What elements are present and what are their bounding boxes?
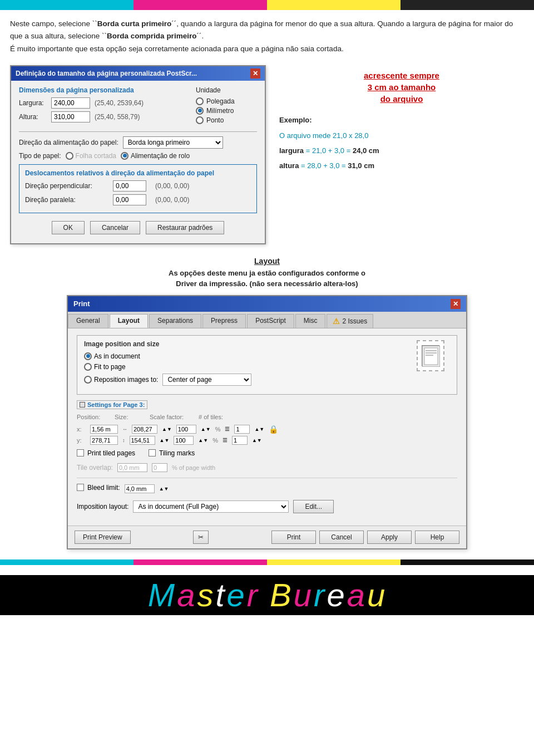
tiling-marks-row[interactable]: Tiling marks: [149, 449, 195, 457]
tiles-y-spin[interactable]: ▲▼: [252, 438, 262, 443]
pos-y-arrows: ↕: [122, 438, 125, 443]
para-input[interactable]: [113, 194, 146, 205]
unit-milimetro-radio[interactable]: [196, 107, 204, 115]
tab-layout[interactable]: Layout: [110, 314, 148, 328]
tab-prepress[interactable]: Prepress: [202, 314, 246, 328]
tile-overlap-input[interactable]: [117, 463, 147, 472]
unit-ponto-label: Ponto: [206, 116, 224, 124]
paper-folha-radio[interactable]: [66, 152, 73, 160]
print-tiled-row[interactable]: Print tiled pages: [77, 449, 135, 457]
imposition-select[interactable]: As in document (Full Page): [133, 500, 289, 513]
logo-B: B: [270, 576, 293, 613]
paper-rolo-radio[interactable]: [121, 152, 128, 160]
bleed-limit-row[interactable]: Bleed limit:: [77, 484, 120, 492]
size-x-spin[interactable]: ▲▼: [162, 426, 172, 432]
radio-as-in-doc[interactable]: As in document: [84, 352, 140, 360]
settings-label: Settings for Page 3:: [77, 400, 457, 409]
tiles-x-spin[interactable]: ▲▼: [254, 426, 264, 432]
as-in-doc-label: As in document: [94, 352, 140, 360]
logo-a: a: [177, 576, 196, 613]
page-size-close-button[interactable]: ✕: [250, 68, 260, 78]
doc-svg: [422, 346, 440, 367]
scale-y-spin[interactable]: ▲▼: [198, 438, 208, 443]
tab-separations[interactable]: Separations: [149, 314, 201, 328]
unit-polegada-radio[interactable]: [196, 97, 204, 105]
print-close-button[interactable]: ✕: [451, 299, 461, 309]
scale-x-spin[interactable]: ▲▼: [201, 426, 211, 432]
pos-y-input[interactable]: [90, 436, 118, 445]
doc-icon-inner: [422, 345, 439, 366]
logo-t: t: [215, 576, 225, 613]
unit-ponto-radio[interactable]: [196, 116, 204, 124]
scale-link-icon2: ☰: [222, 437, 228, 443]
feed-select[interactable]: Borda longa primeiro Borda curta primeir…: [123, 136, 223, 149]
para-range: (0,00, 0,00): [155, 196, 189, 204]
restore-button[interactable]: Restaurar padrões: [146, 221, 224, 234]
tab-postscript[interactable]: PostScript: [247, 314, 294, 328]
tiles-y-input[interactable]: [232, 436, 248, 445]
help-button[interactable]: Help: [415, 531, 459, 544]
tab-general[interactable]: General: [68, 314, 108, 328]
tile-overlap-suffix: % of page width: [172, 464, 215, 471]
annotation-link[interactable]: acrescente sempre 3 cm ao tamanho do arq…: [279, 70, 524, 105]
bleed-value-input[interactable]: [125, 484, 155, 493]
annotation-example: Exemplo: O arquivo mede 21,0 x 28,0 larg…: [279, 114, 524, 173]
ok-button[interactable]: OK: [52, 221, 85, 234]
layout-subtitle-line1: As opções deste menu ja estão configurad…: [169, 269, 365, 277]
annotation-link-line3: do arquivo: [380, 94, 423, 104]
print-bottom-row: Print Preview ✂ Print Cancel Apply Help: [68, 526, 466, 548]
tab-issues[interactable]: ⚠ 2 Issues: [327, 314, 373, 328]
print-button[interactable]: Print: [271, 531, 316, 544]
pos-x-input[interactable]: [90, 425, 118, 434]
bleed-spin[interactable]: ▲▼: [159, 486, 169, 492]
tiling-marks-checkbox[interactable]: [149, 449, 156, 456]
unit-milimetro-row[interactable]: Milímetro: [196, 107, 257, 115]
largura-input[interactable]: [51, 97, 90, 109]
dims-section-label: Dimensões da página personalizada: [19, 86, 185, 94]
layout-subtitle: As opções deste menu ja estão configurad…: [10, 268, 524, 289]
bottom-magenta: [134, 559, 267, 565]
perp-input[interactable]: [113, 180, 146, 192]
paper-opt2[interactable]: Alimentação de rolo: [121, 152, 190, 160]
radio-reposition[interactable]: Reposition images to:: [84, 376, 158, 384]
reposition-label: Reposition images to:: [94, 376, 158, 384]
yellow-bar: [267, 0, 400, 10]
scale-col-label: Scale factor:: [150, 414, 194, 420]
size-x-input[interactable]: [132, 425, 157, 434]
unit-polegada-row[interactable]: Polegada: [196, 97, 257, 105]
logo-e2: e: [327, 576, 345, 613]
tiles-x-input[interactable]: [234, 425, 250, 434]
edit-button[interactable]: Edit...: [293, 500, 334, 513]
scale-y-input[interactable]: [174, 436, 194, 445]
print-tiled-checkbox[interactable]: [77, 449, 84, 456]
print-tiled-label: Print tiled pages: [87, 449, 135, 457]
cancel-button[interactable]: Cancelar: [90, 221, 140, 234]
print-tabs: General Layout Separations Prepress Post…: [68, 312, 466, 328]
fit-to-page-label: Fit to page: [94, 363, 126, 371]
tile-overlap-pct-input[interactable]: [152, 463, 167, 472]
size-y-spin[interactable]: ▲▼: [160, 438, 170, 443]
bleed-limit-checkbox[interactable]: [77, 484, 84, 491]
unit-ponto-row[interactable]: Ponto: [196, 116, 257, 124]
print-dialog-titlebar: Print ✕: [68, 296, 466, 312]
settings-checkbox[interactable]: [80, 402, 85, 408]
paper-opt1[interactable]: Folha cortada: [66, 152, 116, 160]
tab-misc[interactable]: Misc: [295, 314, 326, 328]
radio-fit-to-page[interactable]: Fit to page: [84, 363, 126, 371]
icon-button[interactable]: ✂: [193, 531, 209, 544]
print-preview-button[interactable]: Print Preview: [75, 531, 131, 544]
perp-range: (0,00, 0,00): [155, 182, 189, 190]
as-in-doc-radio-dot[interactable]: [84, 352, 92, 360]
reposition-select[interactable]: Center of page: [162, 374, 251, 386]
dialog-cancel-button[interactable]: Cancel: [319, 531, 364, 544]
reposition-radio-dot[interactable]: [84, 376, 92, 384]
annotation-column: acrescente sempre 3 cm ao tamanho do arq…: [279, 65, 524, 173]
apply-button[interactable]: Apply: [367, 531, 412, 544]
tiles-col-label: # of tiles:: [199, 414, 223, 420]
page-size-dialog-title: Definição do tamanho da página personali…: [16, 70, 197, 77]
scale-x-input[interactable]: [176, 425, 196, 434]
fit-to-page-radio-dot[interactable]: [84, 363, 92, 371]
size-y-input[interactable]: [130, 436, 155, 445]
altura-input[interactable]: [51, 111, 90, 122]
example-altura-result: 31,0 cm: [348, 161, 374, 170]
